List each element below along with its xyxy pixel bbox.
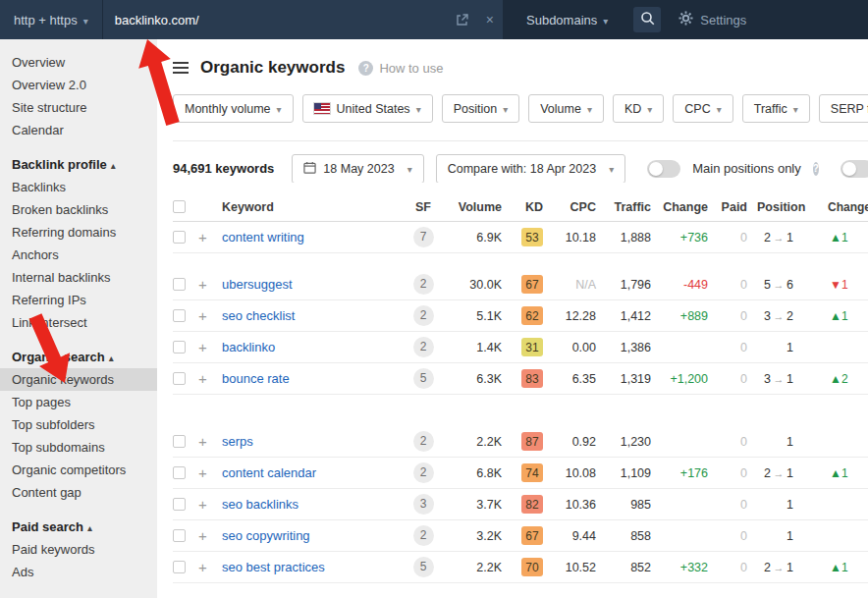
external-link-icon[interactable]: [447, 14, 477, 27]
row-checkbox[interactable]: [173, 498, 186, 511]
add-to-list-icon[interactable]: [198, 370, 222, 387]
keyword-link[interactable]: backlinko: [222, 340, 275, 354]
sidebar-item-anchors[interactable]: Anchors: [0, 244, 157, 266]
sidebar-item-organic-competitors[interactable]: Organic competitors: [0, 459, 157, 481]
filter-volume[interactable]: Volume: [528, 94, 604, 123]
sidebar-item-referring-ips[interactable]: Referring IPs: [0, 289, 157, 311]
serp-features-badge[interactable]: 2: [413, 274, 434, 295]
filter-cpc[interactable]: CPC: [673, 94, 732, 123]
sidebar-item-site-structure[interactable]: Site structure: [0, 96, 157, 119]
main-positions-toggle[interactable]: [647, 160, 680, 178]
col-header-volume[interactable]: Volume: [443, 200, 502, 214]
sidebar-item-backlinks[interactable]: Backlinks: [0, 176, 157, 198]
sidebar-item-calendar[interactable]: Calendar: [0, 119, 157, 141]
how-to-use-link[interactable]: How to use: [358, 61, 443, 76]
filter-serp-features[interactable]: SERP features: [819, 94, 868, 123]
row-checkbox[interactable]: [173, 231, 186, 244]
col-header-paid[interactable]: Paid: [708, 200, 747, 214]
keyword-link[interactable]: seo best practices: [222, 560, 325, 574]
row-checkbox[interactable]: [173, 561, 186, 573]
row-checkbox[interactable]: [173, 529, 186, 542]
keyword-link[interactable]: content calendar: [222, 465, 316, 480]
row-checkbox[interactable]: [173, 435, 186, 448]
add-to-list-icon[interactable]: [198, 276, 222, 293]
secondary-toggle[interactable]: [841, 160, 868, 178]
serp-features-badge[interactable]: 2: [413, 337, 434, 357]
add-to-list-icon[interactable]: [198, 339, 222, 355]
sidebar-item-link-intersect[interactable]: Link intersect: [0, 311, 157, 334]
col-header-position[interactable]: Position: [747, 200, 818, 214]
row-checkbox[interactable]: [173, 341, 186, 353]
filter-monthly-volume[interactable]: Monthly volume: [173, 94, 294, 123]
subdomains-dropdown[interactable]: Subdomains: [526, 13, 608, 27]
serp-features-badge[interactable]: 7: [413, 227, 434, 247]
sidebar-item-organic-keywords[interactable]: Organic keywords: [0, 368, 157, 391]
col-header-cpc[interactable]: CPC: [545, 200, 596, 214]
filter-kd[interactable]: KD: [613, 94, 664, 123]
position-arrow-icon: →: [771, 467, 787, 479]
keyword-link[interactable]: seo copywriting: [222, 528, 310, 543]
menu-icon[interactable]: [173, 62, 189, 74]
serp-features-badge[interactable]: 2: [413, 525, 434, 546]
serp-features-badge[interactable]: 2: [413, 431, 434, 452]
search-button[interactable]: [633, 7, 661, 32]
add-to-list-icon[interactable]: [198, 433, 222, 450]
sidebar-item-internal-backlinks[interactable]: Internal backlinks: [0, 266, 157, 289]
sidebar-item-paid-keywords[interactable]: Paid keywords: [0, 538, 157, 561]
col-header-change[interactable]: Change: [651, 200, 708, 214]
add-to-list-icon[interactable]: [198, 307, 222, 324]
sidebar-item-top-pages[interactable]: Top pages: [0, 391, 157, 413]
sidebar-item-overview-2-0[interactable]: Overview 2.0: [0, 74, 157, 96]
col-header-traffic[interactable]: Traffic: [596, 200, 651, 214]
row-checkbox[interactable]: [173, 278, 186, 291]
serp-features-badge[interactable]: 3: [413, 494, 434, 515]
compare-date-button[interactable]: Compare with: 18 Apr 2023: [436, 154, 626, 184]
url-input[interactable]: backlinko.com/: [103, 13, 447, 27]
cpc-cell: 10.52: [545, 561, 596, 574]
row-checkbox[interactable]: [173, 309, 186, 322]
sidebar-item-broken-backlinks[interactable]: Broken backlinks: [0, 198, 157, 221]
sidebar-item-overview[interactable]: Overview: [0, 51, 157, 74]
sidebar-item-ads[interactable]: Ads: [0, 561, 157, 583]
sidebar-item-backlink-profile[interactable]: Backlink profile: [0, 153, 157, 176]
col-header-position-change[interactable]: Change: [818, 200, 865, 214]
filter-traffic[interactable]: Traffic: [742, 94, 810, 123]
keywords-table: content writing 7 6.9K 53 10.18 1,888 +7…: [173, 222, 868, 583]
serp-features-badge[interactable]: 5: [413, 368, 434, 389]
date-picker-button[interactable]: 18 May 2023: [292, 154, 423, 184]
keyword-link[interactable]: content writing: [222, 230, 304, 245]
settings-button[interactable]: Settings: [678, 11, 746, 28]
keyword-link[interactable]: seo checklist: [222, 308, 295, 323]
add-to-list-icon[interactable]: [198, 229, 222, 245]
sidebar-item-top-subdomains[interactable]: Top subdomains: [0, 436, 157, 459]
serp-features-badge[interactable]: 5: [413, 557, 434, 577]
add-to-list-icon[interactable]: [198, 527, 222, 544]
how-to-use-label: How to use: [379, 61, 443, 76]
keyword-link[interactable]: ubersuggest: [222, 277, 293, 292]
filter-position[interactable]: Position: [442, 94, 520, 123]
sidebar-item-content-gap[interactable]: Content gap: [0, 481, 157, 504]
keyword-link[interactable]: bounce rate: [222, 371, 290, 386]
keyword-link[interactable]: seo backlinks: [222, 497, 298, 512]
close-icon[interactable]: ×: [477, 12, 503, 27]
add-to-list-icon[interactable]: [198, 496, 222, 513]
serp-features-badge[interactable]: 2: [413, 305, 434, 326]
keyword-link[interactable]: serps: [222, 434, 253, 449]
sidebar-item-organic-search[interactable]: Organic search: [0, 346, 157, 368]
traffic-cell: 1,230: [596, 435, 651, 449]
col-header-sf[interactable]: SF: [404, 200, 443, 214]
add-to-list-icon[interactable]: [198, 464, 222, 481]
sidebar-item-referring-domains[interactable]: Referring domains: [0, 221, 157, 244]
filter-united-states[interactable]: United States: [302, 94, 433, 123]
position-cell: 3 → 1: [747, 372, 818, 386]
serp-features-badge[interactable]: 2: [413, 462, 434, 483]
row-checkbox[interactable]: [173, 372, 186, 385]
sidebar-item-top-subfolders[interactable]: Top subfolders: [0, 413, 157, 436]
col-header-keyword[interactable]: Keyword: [222, 200, 404, 214]
add-to-list-icon[interactable]: [198, 559, 222, 575]
row-checkbox[interactable]: [173, 466, 186, 479]
sidebar-item-paid-search[interactable]: Paid search: [0, 516, 157, 538]
col-header-kd[interactable]: KD: [502, 200, 545, 214]
select-all-checkbox[interactable]: [173, 200, 186, 213]
protocol-dropdown[interactable]: http + https: [0, 0, 103, 39]
